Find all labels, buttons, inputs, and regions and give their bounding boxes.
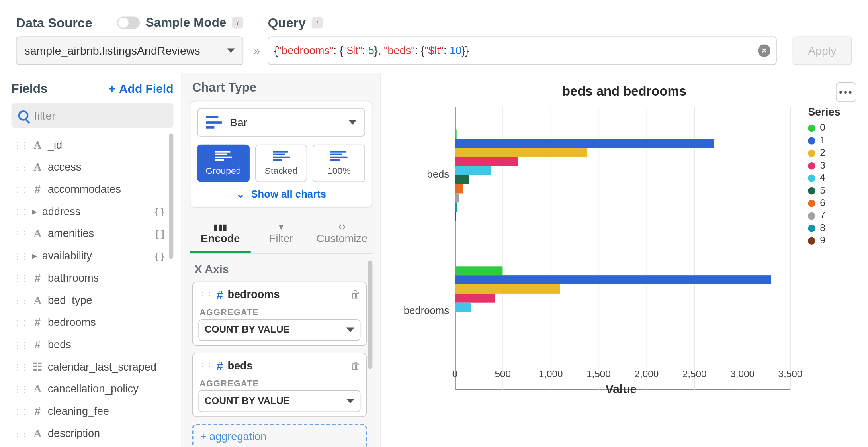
apply-button[interactable]: Apply	[793, 36, 852, 65]
trash-icon[interactable]: 🗑	[350, 289, 361, 301]
encoding-pill[interactable]: ⋮⋮#bedrooms🗑AGGREGATECOUNT BY VALUE	[192, 282, 367, 346]
bar	[455, 130, 457, 139]
chevron-down-icon	[227, 48, 235, 53]
legend-item[interactable]: 7	[808, 210, 856, 222]
drag-handle-icon[interactable]: ⋮⋮	[14, 163, 27, 172]
legend-item[interactable]: 1	[808, 134, 856, 147]
chart-type-label: Chart Type	[190, 80, 372, 95]
field-type-icon: #	[32, 405, 43, 417]
legend-item[interactable]: 0	[808, 122, 856, 134]
top-bar: Data Source Sample Mode i sample_airbnb.…	[0, 0, 868, 73]
field-item[interactable]: ⋮⋮#accommodates	[12, 178, 174, 200]
bar	[455, 139, 714, 148]
drag-handle-icon[interactable]: ⋮⋮	[14, 273, 27, 282]
show-all-charts-button[interactable]: ⌄ Show all charts	[197, 188, 365, 200]
drag-handle-icon[interactable]: ⋮⋮	[198, 361, 212, 371]
drag-handle-icon[interactable]: ⋮⋮	[14, 362, 27, 371]
field-item[interactable]: ⋮⋮Aaccess	[12, 156, 174, 178]
field-name: cancellation_policy	[48, 382, 139, 395]
subtype-stacked[interactable]: Stacked	[255, 145, 307, 182]
drag-handle-icon[interactable]: ⋮⋮	[14, 296, 27, 305]
scrollbar[interactable]	[169, 134, 173, 259]
field-item[interactable]: ⋮⋮#cleaning_fee	[12, 400, 174, 422]
field-name: beds	[48, 338, 71, 351]
chevron-right-icon[interactable]: ▶	[32, 208, 37, 216]
query-input[interactable]: {"bedrooms": {"$lt": 5}, "beds": {"$lt":…	[268, 36, 777, 65]
legend-swatch-icon	[808, 237, 815, 245]
add-field-button[interactable]: + Add Field	[108, 81, 174, 96]
field-item[interactable]: ⋮⋮#bedrooms	[12, 311, 174, 333]
field-type-icon: #	[32, 183, 43, 195]
fields-filter-input[interactable]: filter	[12, 103, 174, 128]
legend-swatch-icon	[808, 149, 815, 157]
field-type-icon: #	[32, 316, 43, 328]
legend-item[interactable]: 4	[808, 172, 856, 184]
field-item[interactable]: ⋮⋮▶address{ }	[12, 200, 174, 223]
drag-handle-icon[interactable]: ⋮⋮	[14, 340, 27, 349]
clear-icon[interactable]: ✕	[758, 44, 770, 57]
info-icon[interactable]: i	[232, 17, 244, 29]
field-item[interactable]: ⋮⋮Aamenities[ ]	[12, 222, 174, 245]
legend-swatch-icon	[808, 187, 815, 194]
tab-filter[interactable]: ▼Filter	[251, 218, 312, 253]
x-tick-label: 500	[486, 369, 520, 380]
legend-item[interactable]: 5	[808, 184, 856, 197]
field-type-icon: A	[32, 294, 43, 306]
drag-handle-icon[interactable]: ⋮⋮	[14, 229, 27, 238]
subtype-label: Grouped	[206, 166, 241, 176]
field-type-icon: A	[32, 427, 43, 439]
legend-item[interactable]: 2	[808, 147, 856, 159]
field-item[interactable]: ⋮⋮▶availability{ }	[12, 245, 174, 267]
drag-handle-icon[interactable]: ⋮⋮	[14, 429, 27, 438]
field-item[interactable]: ⋮⋮#bathrooms	[12, 267, 174, 289]
info-icon[interactable]: i	[311, 17, 323, 29]
chart-more-button[interactable]: •••	[836, 82, 856, 102]
legend-swatch-icon	[808, 124, 815, 132]
legend-swatch-icon	[808, 174, 815, 182]
scrollbar[interactable]	[368, 261, 372, 369]
pill-field-name: beds	[227, 359, 252, 372]
drag-handle-icon[interactable]: ⋮⋮	[14, 140, 27, 149]
legend-item[interactable]: 3	[808, 159, 856, 172]
bar-chart-icon	[206, 116, 222, 128]
legend-item[interactable]: 8	[808, 222, 856, 234]
tab-customize[interactable]: ⚙Customize	[312, 218, 373, 253]
trash-icon[interactable]: 🗑	[350, 360, 361, 372]
chevron-down-icon	[348, 120, 356, 124]
sample-mode-toggle[interactable]	[117, 16, 140, 29]
chevron-right-icon[interactable]: ▶	[32, 252, 37, 260]
x-tick-label: 2,500	[677, 369, 712, 380]
drag-handle-icon[interactable]: ⋮⋮	[14, 251, 27, 260]
chart-type-select[interactable]: Bar	[197, 108, 365, 136]
tab-encode[interactable]: ▮▮▮Encode	[190, 218, 251, 253]
legend-item[interactable]: 6	[808, 197, 856, 209]
data-source-select[interactable]: sample_airbnb.listingsAndReviews	[16, 36, 243, 65]
chart-title: beds and bedrooms	[562, 84, 686, 99]
aggregate-select[interactable]: COUNT BY VALUE	[198, 319, 360, 341]
drag-handle-icon[interactable]: ⋮⋮	[14, 184, 27, 194]
drag-handle-icon[interactable]: ⋮⋮	[14, 384, 27, 394]
aggregate-select[interactable]: COUNT BY VALUE	[198, 390, 360, 412]
subtype-100pct[interactable]: 100%	[313, 145, 365, 182]
bar	[455, 284, 560, 294]
field-item[interactable]: ⋮⋮Acancellation_policy	[12, 378, 174, 400]
legend-item[interactable]: 9	[808, 234, 856, 247]
encoding-pill[interactable]: ⋮⋮#beds🗑AGGREGATECOUNT BY VALUE	[192, 353, 367, 417]
fields-panel: Fields + Add Field filter ⋮⋮A_id⋮⋮Aacces…	[0, 73, 182, 447]
bar	[455, 294, 495, 303]
field-type-icon: A	[32, 161, 43, 173]
subtype-grouped[interactable]: Grouped	[197, 145, 250, 182]
drag-handle-icon[interactable]: ⋮⋮	[14, 406, 27, 416]
bar	[455, 202, 457, 212]
field-item[interactable]: ⋮⋮Adescription	[12, 422, 174, 445]
chart-legend: Series 0123456789	[808, 104, 856, 440]
drag-handle-icon[interactable]: ⋮⋮	[14, 207, 27, 216]
chart-plot: 05001,0001,5002,0002,5003,0003,500Valueb…	[392, 104, 796, 440]
field-item[interactable]: ⋮⋮☷calendar_last_scraped	[12, 356, 174, 378]
field-item[interactable]: ⋮⋮A_id	[12, 134, 174, 156]
drag-handle-icon[interactable]: ⋮⋮	[14, 318, 27, 327]
field-item[interactable]: ⋮⋮Abed_type	[12, 289, 174, 311]
field-item[interactable]: ⋮⋮#beds	[12, 333, 174, 356]
drag-handle-icon[interactable]: ⋮⋮	[198, 290, 212, 299]
add-aggregation-button[interactable]: + aggregation	[192, 424, 367, 447]
